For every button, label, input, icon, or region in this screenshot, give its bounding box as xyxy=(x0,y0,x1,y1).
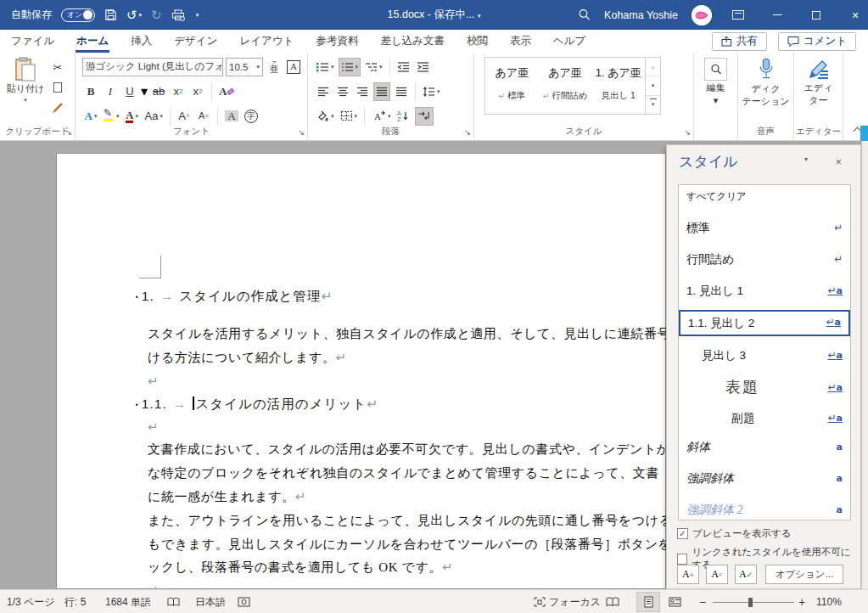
format-painter-button[interactable] xyxy=(49,100,66,115)
style-item-subtitle[interactable]: 副題 ↵a xyxy=(679,408,850,433)
subscript-button[interactable]: x2 xyxy=(170,82,187,101)
underline-button[interactable]: U xyxy=(121,82,138,101)
body-line[interactable]: ける方法について紹介します。↵ xyxy=(148,350,666,366)
ribbon-display-options-button[interactable] xyxy=(725,0,751,30)
heading-2-line[interactable]: ▪1.1.→スタイルの活用のメリット↵ xyxy=(136,396,666,413)
qat-customize-button[interactable]: ▾ xyxy=(194,12,199,18)
style-item-heading1[interactable]: 1. 見出し 1 ↵a xyxy=(679,280,850,306)
close-button[interactable]: × xyxy=(843,0,868,30)
share-button[interactable]: 共有 xyxy=(712,32,767,51)
print-layout-button[interactable] xyxy=(636,592,660,612)
proofing-status[interactable] xyxy=(167,590,180,613)
align-left-button[interactable] xyxy=(315,82,332,101)
style-item-italic[interactable]: 斜体 a xyxy=(679,436,850,462)
clear-all-item[interactable]: すべてクリア xyxy=(679,187,850,212)
change-case-button[interactable]: Aa ▾ xyxy=(143,107,165,126)
tab-layout[interactable]: レイアウト xyxy=(228,30,305,53)
text-effects-button[interactable]: A ▾ xyxy=(82,107,99,126)
manage-styles-button[interactable]: A✓ xyxy=(735,565,757,584)
search-button[interactable] xyxy=(578,8,591,21)
heading-1-line[interactable]: ▪1.→スタイルの作成と管理↵ xyxy=(136,288,666,306)
language-indicator[interactable]: 日本語 xyxy=(195,590,226,613)
autosave-toggle[interactable]: オン xyxy=(61,8,95,22)
strikethrough-button[interactable]: ab xyxy=(150,82,167,101)
style-item-title[interactable]: 表題 ↵a xyxy=(679,374,850,404)
body-line[interactable]: もできます。見出しスタイルにカーソルを合わせてツールバーの［段落番号］ボタンを xyxy=(148,537,666,553)
paragraph-dialog-launcher[interactable]: ↘ xyxy=(464,129,471,137)
copy-button[interactable] xyxy=(49,80,66,95)
increase-indent-button[interactable] xyxy=(415,58,432,76)
quick-print-button[interactable] xyxy=(171,9,185,21)
style-item-emphasis-italic[interactable]: 強調斜体 a xyxy=(679,468,850,493)
font-color-button[interactable]: A ▾ xyxy=(124,107,141,126)
line-indicator[interactable]: 行: 5 xyxy=(64,590,86,613)
pane-menu-button[interactable]: ▾ xyxy=(804,155,808,163)
sort-button[interactable]: AZ xyxy=(395,107,412,126)
style-item-heading3[interactable]: 見出し 3 ↵a xyxy=(679,345,850,370)
grow-font-button[interactable]: A˄ xyxy=(176,107,193,126)
style-gallery-item-heading1[interactable]: 1. あア亜 見出し 1 xyxy=(591,58,645,114)
web-layout-button[interactable] xyxy=(669,590,681,613)
bold-button[interactable]: B xyxy=(82,82,99,101)
input-mode-indicator[interactable] xyxy=(238,590,250,613)
dictation-button[interactable]: ディク テーション xyxy=(738,58,793,107)
new-style-button[interactable]: A+ xyxy=(677,565,699,584)
clipboard-dialog-launcher[interactable]: ↘ xyxy=(65,129,72,137)
tab-home[interactable]: ホーム xyxy=(65,30,120,53)
tab-file[interactable]: ファイル xyxy=(0,30,65,53)
editing-button[interactable]: 編集 ▾ xyxy=(694,58,737,106)
body-line[interactable]: な特定のブロックをそれぞれ独自のスタイルでまとめて管理することによって、文書 xyxy=(148,465,666,481)
show-preview-checkbox[interactable]: ✓ プレビューを表示する xyxy=(677,527,792,540)
body-line[interactable]: に統一感が生まれます。↵ xyxy=(148,489,666,505)
style-item-nospacing[interactable]: 行間詰め ↵ xyxy=(679,249,850,274)
underline-dropdown-icon[interactable]: ▾ xyxy=(141,83,148,99)
body-line[interactable]: また、アウトラインを用いることによって、見出しスタイルの先頭に通し番号をつける xyxy=(148,513,666,529)
superscript-button[interactable]: x2 xyxy=(189,82,206,101)
pane-scroll-strip[interactable] xyxy=(861,141,868,589)
minimize-button[interactable] xyxy=(764,0,790,30)
shading-button[interactable]: ▾ xyxy=(315,107,336,126)
italic-button[interactable]: I xyxy=(102,82,119,101)
document-page[interactable]: ▪1.→スタイルの作成と管理↵ スタイルを活用するメリット、独自スタイルの作成と… xyxy=(56,153,666,589)
body-line[interactable]: 文書作成において、スタイルの活用は必要不可欠です。見出しの書式や、インデントが xyxy=(148,441,666,458)
font-dialog-launcher[interactable]: ↘ xyxy=(298,129,305,137)
distribute-button[interactable] xyxy=(393,82,410,101)
zoom-slider-track[interactable] xyxy=(713,602,794,603)
tab-mailings[interactable]: 差し込み文書 xyxy=(369,30,456,53)
line-spacing-button[interactable]: ▾ xyxy=(421,82,442,101)
font-size-combo[interactable]: 10.5 ▾ xyxy=(226,58,263,76)
comments-button[interactable]: コメント xyxy=(778,32,856,51)
enclose-characters-button[interactable]: 字 xyxy=(243,107,260,126)
highlight-color-button[interactable]: ▾ xyxy=(102,107,121,126)
tab-view[interactable]: 表示 xyxy=(499,30,542,53)
asian-layout-button[interactable]: A ▾ xyxy=(370,107,393,126)
maximize-button[interactable] xyxy=(804,0,829,30)
options-button[interactable]: オプション... xyxy=(765,565,843,584)
font-name-combo[interactable]: 游ゴシック Light (見出しのフォ ▾ xyxy=(82,58,223,76)
empty-line[interactable]: ↵ xyxy=(148,419,666,435)
redo-button[interactable]: ↻ xyxy=(151,8,162,21)
empty-line[interactable]: ↵ xyxy=(148,374,666,389)
cut-button[interactable]: ✂ xyxy=(49,59,66,75)
tab-references[interactable]: 参考資料 xyxy=(305,30,369,53)
style-gallery-item-nospacing[interactable]: あア亜 ↵ 行間詰め xyxy=(539,58,592,114)
zoom-out-button[interactable]: − xyxy=(699,590,706,613)
style-inspector-button[interactable]: A⌕ xyxy=(706,565,728,584)
zoom-level[interactable]: 110% xyxy=(816,590,842,613)
body-line[interactable]: ックし、段落番号の書式を適用しても OK です。↵ xyxy=(148,560,666,576)
gallery-scroll-down-icon[interactable]: ▾ xyxy=(646,76,660,95)
style-item-normal[interactable]: 標準 ↵ xyxy=(679,217,850,243)
undo-button[interactable]: ↺ ▾ xyxy=(126,8,142,21)
multilevel-list-button[interactable]: ▾ xyxy=(363,58,384,76)
zoom-slider-handle[interactable] xyxy=(748,598,753,607)
align-center-button[interactable] xyxy=(334,82,351,101)
tab-review[interactable]: 校閲 xyxy=(456,30,499,53)
show-editing-marks-button[interactable] xyxy=(415,107,434,126)
avatar[interactable] xyxy=(692,5,712,25)
character-shading-button[interactable]: A xyxy=(223,107,240,126)
account-name[interactable]: Kohama Yoshie xyxy=(604,9,678,21)
read-mode-button[interactable] xyxy=(606,590,619,613)
tab-design[interactable]: デザイン xyxy=(163,30,228,53)
style-gallery-item-normal[interactable]: あア亜 ↵ 標準 xyxy=(485,58,539,114)
justify-button[interactable] xyxy=(373,82,390,101)
